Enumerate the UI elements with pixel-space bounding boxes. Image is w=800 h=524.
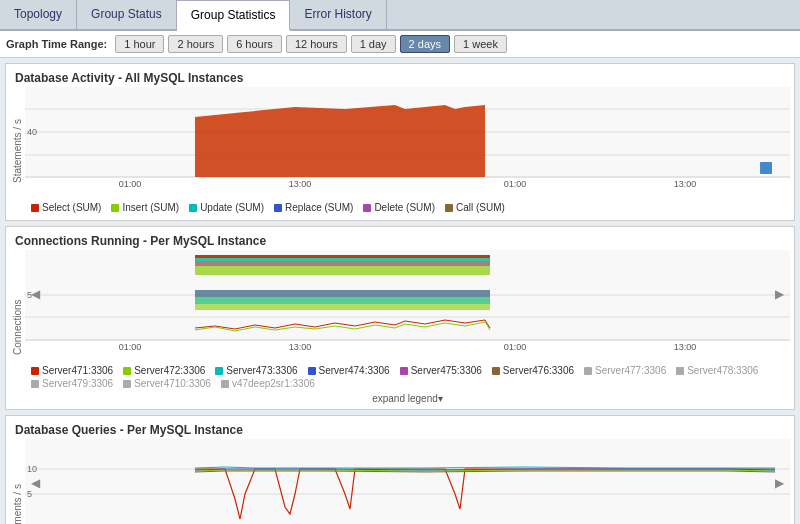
svg-rect-22 — [195, 290, 490, 297]
chart-db-activity-title: Database Activity - All MySQL Instances — [10, 68, 790, 87]
chart-db-queries-content: 10 5 01:00 13:00 01:00 13:00 ◀ ▶ — [25, 439, 790, 524]
legend-label-srv472: Server472:3306 — [134, 365, 205, 376]
svg-text:13:00: 13:00 — [674, 342, 697, 352]
svg-rect-19 — [195, 261, 490, 266]
legend-dot-insert — [111, 204, 119, 212]
legend-label-srv477: Server477:3306 — [595, 365, 666, 376]
svg-text:10: 10 — [27, 464, 37, 474]
svg-text:▶: ▶ — [775, 476, 785, 490]
chart-connections-ylabel: Connections — [10, 250, 25, 405]
legend-label-srv474: Server474:3306 — [319, 365, 390, 376]
time-range-label: Graph Time Range: — [6, 38, 107, 50]
legend-dot-srv479 — [31, 380, 39, 388]
svg-text:01:00: 01:00 — [119, 179, 142, 189]
chart-db-activity-content: 40 01:00 13:00 01:00 13:00 Select (SUM) — [25, 87, 790, 216]
chart-connections-content: 5 01:00 13:00 01:00 — [25, 250, 790, 405]
svg-text:13:00: 13:00 — [674, 179, 697, 189]
time-btn-2days[interactable]: 2 days — [400, 35, 450, 53]
time-btn-6hours[interactable]: 6 hours — [227, 35, 282, 53]
legend-dot-select — [31, 204, 39, 212]
legend-dot-srv475 — [400, 367, 408, 375]
time-btn-1hour[interactable]: 1 hour — [115, 35, 164, 53]
tab-group-statistics[interactable]: Group Statistics — [177, 0, 291, 31]
time-btn-1day[interactable]: 1 day — [351, 35, 396, 53]
legend-label-srv478: Server478:3306 — [687, 365, 758, 376]
legend-dot-srv476 — [492, 367, 500, 375]
legend-item-call: Call (SUM) — [445, 202, 505, 213]
legend-label-delete: Delete (SUM) — [374, 202, 435, 213]
chart-db-activity-ylabel: Statements / s — [10, 87, 25, 216]
time-btn-12hours[interactable]: 12 hours — [286, 35, 347, 53]
svg-text:01:00: 01:00 — [504, 342, 527, 352]
legend-item-update: Update (SUM) — [189, 202, 264, 213]
time-btn-2hours[interactable]: 2 hours — [168, 35, 223, 53]
legend-item-srv472: Server472:3306 — [123, 365, 205, 376]
legend-item-srv478: Server478:3306 — [676, 365, 758, 376]
legend-label-v47deep: v47deep2sr1:3306 — [232, 378, 315, 389]
tab-group-status[interactable]: Group Status — [77, 0, 177, 29]
chart-db-activity: Database Activity - All MySQL Instances … — [5, 63, 795, 221]
legend-item-srv473: Server473:3306 — [215, 365, 297, 376]
time-btn-1week[interactable]: 1 week — [454, 35, 507, 53]
legend-dot-call — [445, 204, 453, 212]
legend-dot-delete — [363, 204, 371, 212]
legend-item-srv479: Server479:3306 — [31, 378, 113, 389]
svg-text:13:00: 13:00 — [289, 179, 312, 189]
legend-item-insert: Insert (SUM) — [111, 202, 179, 213]
tab-error-history[interactable]: Error History — [290, 0, 386, 29]
legend-dot-srv4710 — [123, 380, 131, 388]
svg-text:01:00: 01:00 — [504, 179, 527, 189]
svg-text:◀: ◀ — [31, 476, 41, 490]
legend-item-srv475: Server475:3306 — [400, 365, 482, 376]
chart-connections: Connections Running - Per MySQL Instance… — [5, 226, 795, 410]
legend-dot-update — [189, 204, 197, 212]
svg-text:5: 5 — [27, 489, 32, 499]
chart-db-queries-svg: 10 5 01:00 13:00 01:00 13:00 ◀ ▶ — [25, 439, 790, 524]
legend-label-srv476: Server476:3306 — [503, 365, 574, 376]
chart-connections-title: Connections Running - Per MySQL Instance — [10, 231, 790, 250]
svg-rect-23 — [195, 297, 490, 304]
legend-label-srv473: Server473:3306 — [226, 365, 297, 376]
legend-dot-srv477 — [584, 367, 592, 375]
svg-text:01:00: 01:00 — [119, 342, 142, 352]
legend-label-select: Select (SUM) — [42, 202, 101, 213]
legend-item-select: Select (SUM) — [31, 202, 101, 213]
legend-label-replace: Replace (SUM) — [285, 202, 353, 213]
legend-dot-srv472 — [123, 367, 131, 375]
legend-item-srv477: Server477:3306 — [584, 365, 666, 376]
legend-label-srv4710: Server4710:3306 — [134, 378, 211, 389]
svg-rect-20 — [195, 255, 490, 258]
expand-legend-connections[interactable]: expand legend▾ — [25, 392, 790, 405]
legend-dot-srv471 — [31, 367, 39, 375]
chart-connections-legend: Server471:3306 Server472:3306 Server473:… — [25, 362, 790, 392]
svg-rect-11 — [760, 162, 772, 174]
chart-db-queries: Database Queries - Per MySQL Instance St… — [5, 415, 795, 524]
legend-item-srv476: Server476:3306 — [492, 365, 574, 376]
legend-item-replace: Replace (SUM) — [274, 202, 353, 213]
legend-label-srv471: Server471:3306 — [42, 365, 113, 376]
chart-connections-svg: 5 01:00 13:00 01:00 — [25, 250, 790, 360]
legend-item-v47deep: v47deep2sr1:3306 — [221, 378, 315, 389]
svg-text:▶: ▶ — [775, 287, 785, 301]
legend-dot-replace — [274, 204, 282, 212]
legend-label-srv479: Server479:3306 — [42, 378, 113, 389]
legend-label-insert: Insert (SUM) — [122, 202, 179, 213]
chart-db-activity-legend: Select (SUM) Insert (SUM) Update (SUM) R… — [25, 199, 790, 216]
svg-rect-30 — [25, 439, 790, 524]
svg-marker-6 — [195, 105, 485, 177]
legend-dot-srv474 — [308, 367, 316, 375]
svg-text:◀: ◀ — [31, 287, 41, 301]
legend-label-update: Update (SUM) — [200, 202, 264, 213]
time-range-bar: Graph Time Range: 1 hour 2 hours 6 hours… — [0, 31, 800, 58]
svg-text:13:00: 13:00 — [289, 342, 312, 352]
legend-label-call: Call (SUM) — [456, 202, 505, 213]
tab-topology[interactable]: Topology — [0, 0, 77, 29]
legend-item-srv471: Server471:3306 — [31, 365, 113, 376]
svg-text:40: 40 — [27, 127, 37, 137]
legend-label-srv475: Server475:3306 — [411, 365, 482, 376]
legend-item-srv474: Server474:3306 — [308, 365, 390, 376]
legend-dot-srv473 — [215, 367, 223, 375]
legend-dot-srv478 — [676, 367, 684, 375]
legend-item-delete: Delete (SUM) — [363, 202, 435, 213]
chart-db-queries-ylabel: Statements / s — [10, 439, 25, 524]
